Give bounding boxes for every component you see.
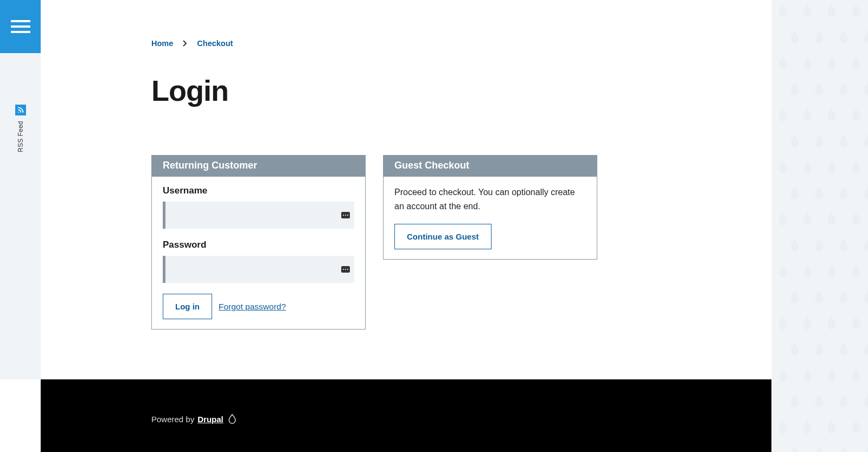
returning-customer-header: Returning Customer bbox=[152, 156, 365, 177]
password-label: Password bbox=[163, 240, 354, 250]
chevron-right-icon bbox=[183, 40, 187, 47]
decorative-pattern: // placeholder; drops rendered below sta… bbox=[771, 0, 868, 452]
username-label: Username bbox=[163, 185, 354, 196]
menu-toggle-button[interactable] bbox=[0, 0, 41, 53]
rss-label: RSS Feed bbox=[17, 121, 24, 152]
returning-customer-card: Returning Customer Username Password Log… bbox=[151, 155, 366, 330]
password-input[interactable] bbox=[163, 256, 354, 283]
continue-as-guest-button[interactable]: Continue as Guest bbox=[394, 224, 492, 249]
rss-icon bbox=[15, 105, 26, 115]
footer-powered-by: Powered by bbox=[151, 415, 194, 424]
guest-checkout-header: Guest Checkout bbox=[384, 156, 597, 177]
footer-drupal-link[interactable]: Drupal bbox=[197, 415, 224, 424]
autofill-icon[interactable] bbox=[341, 266, 350, 273]
autofill-icon[interactable] bbox=[341, 212, 350, 218]
username-input[interactable] bbox=[163, 202, 354, 229]
breadcrumb: Home Checkout bbox=[151, 39, 726, 48]
page-title: Login bbox=[151, 74, 726, 107]
rss-feed-link[interactable]: RSS Feed bbox=[0, 105, 41, 152]
forgot-password-link[interactable]: Forgot password? bbox=[219, 302, 286, 312]
breadcrumb-checkout[interactable]: Checkout bbox=[197, 39, 233, 48]
main-content: Home Checkout Login Returning Customer U… bbox=[41, 0, 771, 379]
drupal-icon bbox=[228, 414, 237, 424]
guest-checkout-text: Proceed to checkout. You can optionally … bbox=[394, 185, 586, 213]
guest-checkout-card: Guest Checkout Proceed to checkout. You … bbox=[383, 155, 597, 260]
svg-point-0 bbox=[18, 112, 19, 113]
footer: Powered by Drupal bbox=[41, 379, 771, 452]
left-sidebar: RSS Feed bbox=[0, 0, 41, 379]
hamburger-icon bbox=[11, 20, 30, 22]
breadcrumb-home[interactable]: Home bbox=[151, 39, 173, 48]
login-button[interactable]: Log in bbox=[163, 294, 212, 319]
